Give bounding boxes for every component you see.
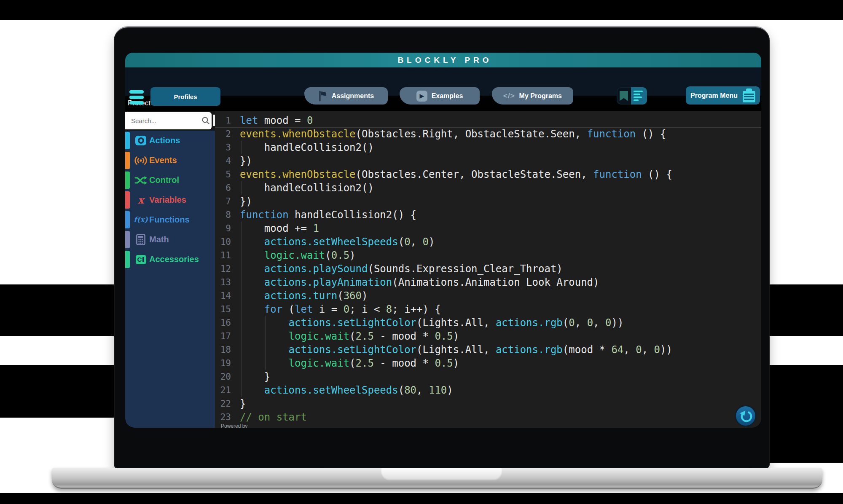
shuffle-icon: [134, 176, 147, 185]
category-color-strip: [125, 191, 130, 209]
category-color-strip: [125, 152, 130, 169]
background-band-right: [770, 416, 843, 463]
code-line-23: 23// on start: [215, 410, 761, 424]
calculator-icon: [136, 234, 145, 245]
play-icon: ▶: [416, 91, 427, 102]
list-line: [634, 99, 639, 101]
code-text: logic.wait(2.5 - mood * 0.5): [240, 357, 459, 370]
broadcast-icon: [134, 156, 147, 165]
code-line-5: 5events.whenObstacle(Obstacles.Center, O…: [215, 168, 761, 181]
code-line-20: 20 }: [215, 370, 761, 383]
code-text: actions.setLightColor(Lights.All, action…: [240, 343, 672, 357]
code-text: }): [240, 195, 252, 208]
flag-icon: [318, 91, 328, 102]
blocks-book-icon: [620, 91, 628, 101]
blocks-view-toggle[interactable]: [617, 87, 631, 105]
code-text: actions.playAnimation(Animations.Animati…: [240, 276, 599, 289]
main-content: ActionsEventsControlxVariablesf(x)Functi…: [125, 111, 761, 428]
motor-icon: [135, 136, 146, 145]
line-number: 19: [215, 357, 231, 370]
search-icon[interactable]: [201, 116, 210, 125]
hamburger-menu-icon[interactable]: [129, 90, 144, 105]
sidebar-item-variables[interactable]: xVariables: [125, 191, 215, 209]
line-number: 23: [215, 410, 231, 424]
laptop-base: [52, 468, 822, 489]
page: BLOCKLY PRO Profiles Assignments ▶ E: [0, 0, 843, 504]
my-programs-button[interactable]: </> My Programs: [492, 87, 573, 105]
code-line-7: 7}): [215, 195, 761, 208]
code-view-toggle[interactable]: [631, 87, 647, 105]
sidebar-item-actions[interactable]: Actions: [125, 132, 215, 149]
list-line: [634, 97, 642, 98]
code-editor[interactable]: 1let mood = 02events.whenObstacle(Obstac…: [215, 111, 761, 428]
code-text: }): [240, 154, 252, 168]
sidebar-item-events[interactable]: Events: [125, 152, 215, 169]
list-line: [634, 91, 643, 92]
code-text: handleCollision2(): [240, 141, 374, 154]
line-number: 6: [215, 181, 231, 195]
category-color-strip: [125, 251, 130, 268]
sidebar-item-control[interactable]: Control: [125, 172, 215, 189]
assignments-button-label: Assignments: [332, 92, 374, 100]
line-number: 18: [215, 343, 231, 357]
line-number: 15: [215, 303, 231, 316]
connector-icon: C: [136, 255, 146, 264]
blockly-pro-app: BLOCKLY PRO Profiles Assignments ▶ E: [125, 53, 761, 428]
category-label: Math: [149, 235, 169, 244]
profiles-button-label: Profiles: [174, 93, 197, 100]
code-line-19: 19 logic.wait(2.5 - mood * 0.5): [215, 357, 761, 370]
code-text: actions.setLightColor(Lights.All, action…: [240, 316, 623, 330]
category-label: Functions: [149, 215, 190, 225]
reset-button[interactable]: [736, 406, 755, 426]
line-number: 7: [215, 195, 231, 208]
code-text: function handleCollision2() {: [240, 208, 416, 222]
background-band-top: [0, 0, 843, 20]
code-line-21: 21 actions.setWheelSpeeds(80, 110): [215, 383, 761, 397]
powered-by-label: Powered by: [221, 423, 247, 428]
code-line-2: 2events.whenObstacle(Obstacles.Right, Ob…: [215, 127, 761, 141]
code-text: let mood = 0: [240, 114, 313, 127]
search-row: [125, 111, 215, 131]
search-input[interactable]: [125, 112, 212, 129]
category-label: Actions: [149, 136, 180, 145]
sidebar-item-accessories[interactable]: CAccessories: [125, 251, 215, 268]
hamburger-bar: [129, 101, 144, 105]
my-programs-button-label: My Programs: [519, 92, 562, 100]
examples-button[interactable]: ▶ Examples: [400, 87, 480, 105]
line-number: 5: [215, 168, 231, 181]
line-number: 21: [215, 383, 231, 397]
code-text: actions.turn(360): [240, 289, 368, 303]
code-line-8: 8function handleCollision2() {: [215, 208, 761, 222]
nav-bar: Profiles Assignments ▶ Examples </> My P…: [125, 67, 761, 96]
code-text: // on start: [240, 410, 307, 424]
code-text: events.whenObstacle(Obstacles.Center, Ob…: [240, 168, 672, 181]
program-menu-button[interactable]: Program Menu: [686, 86, 760, 105]
code-line-17: 17 logic.wait(2.5 - mood * 0.5): [215, 330, 761, 343]
app-title-bar: BLOCKLY PRO: [125, 53, 761, 67]
laptop-lid-notch: [381, 468, 502, 480]
code-line-22: 22}: [215, 397, 761, 410]
toolbox-sidebar: ActionsEventsControlxVariablesf(x)Functi…: [125, 111, 215, 428]
category-label: Accessories: [149, 255, 199, 264]
sidebar-item-math[interactable]: Math: [125, 231, 215, 248]
line-number: 8: [215, 208, 231, 222]
assignments-button[interactable]: Assignments: [304, 87, 388, 105]
line-number: 20: [215, 370, 231, 383]
examples-button-label: Examples: [432, 92, 463, 100]
code-text: actions.setWheelSpeeds(0, 0): [240, 235, 435, 249]
sidebar-item-functions[interactable]: f(x)Functions: [125, 211, 215, 228]
code-line-16: 16 actions.setLightColor(Lights.All, act…: [215, 316, 761, 330]
code-text: logic.wait(2.5 - mood * 0.5): [240, 330, 459, 343]
profiles-button[interactable]: Profiles: [150, 87, 220, 106]
code-line-6: 6 handleCollision2(): [215, 181, 761, 195]
code-text: for (let i = 0; i < 8; i++) {: [240, 303, 441, 316]
line-number: 16: [215, 316, 231, 330]
line-number: 11: [215, 249, 231, 262]
code-line-4: 4}): [215, 154, 761, 168]
line-number: 12: [215, 262, 231, 276]
code-line-12: 12 actions.playSound(Sounds.Expression_C…: [215, 262, 761, 276]
background-band-bottom: [0, 493, 843, 504]
hamburger-bar: [129, 90, 144, 94]
list-line: [634, 94, 640, 95]
reset-arrow-icon: [738, 409, 753, 423]
